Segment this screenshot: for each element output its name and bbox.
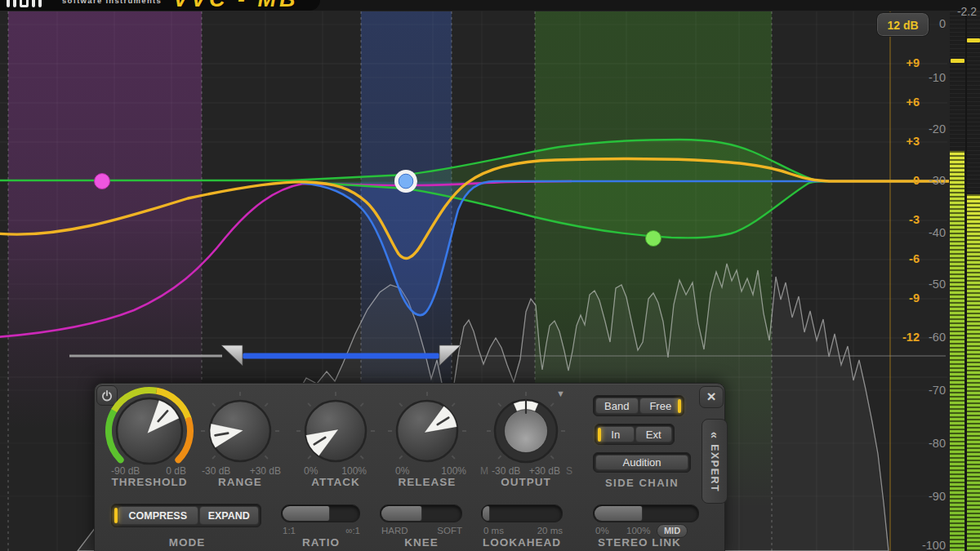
gain-scale-tick: -3 (892, 213, 920, 226)
output-knob[interactable] (483, 389, 568, 473)
release-knob-label: RELEASE (378, 476, 476, 488)
attack-min-label: 0% (304, 465, 318, 477)
db-scale-tick: -80 (910, 437, 946, 450)
threshold-knob[interactable] (102, 385, 197, 477)
ratio-slider-fill (283, 506, 330, 521)
plugin-title: VVC - MB (173, 0, 299, 11)
output-knob-label: OUTPUT (477, 476, 575, 488)
range-min-label: -30 dB (202, 465, 230, 477)
audition-button[interactable]: Audition (595, 455, 688, 470)
db-scale-tick: -50 (910, 278, 946, 291)
release-knob[interactable] (385, 389, 470, 473)
release-min-label: 0% (395, 465, 409, 477)
range-max-label: +30 dB (240, 465, 281, 477)
gain-scale-tick: +9 (892, 56, 920, 69)
meter-peak-hold-left (951, 59, 964, 63)
db-scale-tick: -70 (910, 384, 946, 397)
knee-section-label: KNEE (368, 536, 474, 549)
stereo-link-slider-fill (595, 506, 643, 521)
lookahead-slider-fill (483, 506, 490, 521)
plugin-window: -2.2 software instruments VVC - MB 12 dB… (0, 0, 980, 551)
ratio-section-label: RATIO (268, 536, 374, 549)
threshold-left-handle[interactable] (221, 345, 243, 366)
display-range-button[interactable]: 12 dB (877, 13, 929, 36)
db-scale-tick: -60 (910, 331, 946, 344)
db-scale-tick: -100 (910, 539, 946, 551)
sidechain-source-switch: In Ext (595, 424, 675, 445)
db-scale-tick: -40 (910, 226, 946, 239)
output-max-label: +30 dB (519, 465, 560, 477)
ratio-min-label: 1:1 (283, 526, 296, 535)
ratio-slider[interactable] (281, 504, 360, 522)
sidechain-free-button[interactable]: Free (639, 398, 683, 414)
free-active-indicator (678, 399, 681, 413)
in-active-indicator (598, 428, 601, 442)
meter-bar-right (967, 194, 980, 551)
ratio-max-label: ∞:1 (336, 526, 360, 535)
gain-scale-tick: +3 (892, 135, 920, 148)
db-scale-tick: -30 (910, 174, 946, 187)
db-scale-tick: -20 (910, 122, 946, 136)
collapse-chevron-icon: « (708, 432, 722, 438)
output-side-letter: S (566, 465, 572, 477)
stereo-link-min-label: 0% (595, 526, 609, 535)
lookahead-section-label: LOOKAHEAD (469, 536, 575, 549)
sidechain-section-label: SIDE CHAIN (585, 477, 699, 489)
knee-max-label: SOFT (434, 526, 462, 535)
mid-band-node-selected[interactable] (394, 170, 417, 193)
brand-plate: software instruments VVC - MB (0, 0, 320, 11)
range-knob-label: RANGE (191, 476, 289, 488)
lookahead-max-label: 20 ms (530, 526, 563, 535)
meter-bar-left (950, 151, 964, 551)
compress-active-indicator (114, 508, 118, 523)
high-band-node[interactable] (646, 231, 662, 247)
gain-scale-tick: -9 (892, 291, 920, 304)
gain-scale-tick: -6 (892, 252, 920, 265)
mode-expand-button[interactable]: EXPAND (199, 506, 259, 525)
peak-level-readout: -2.2 (931, 5, 977, 18)
lookahead-slider[interactable] (481, 504, 563, 522)
threshold-min-label: -90 dB (111, 465, 140, 477)
threshold-range-fill[interactable] (243, 353, 439, 359)
sidechain-filter-switch: Band Free (593, 395, 684, 416)
threshold-knob-label: THRESHOLD (100, 476, 198, 488)
mode-section-label: MODE (134, 536, 240, 549)
stereo-link-max-label: 100% (626, 526, 650, 535)
expert-panel-tab[interactable]: « EXPERT (702, 419, 728, 504)
mode-switch: COMPRESS EXPAND (111, 504, 261, 527)
knee-min-label: HARD (381, 526, 408, 535)
gain-scale-tick: +6 (892, 96, 920, 109)
expert-tab-label: EXPERT (710, 444, 721, 492)
meter-divider (965, 11, 967, 551)
output-level-meter (950, 11, 980, 551)
close-button[interactable]: × (699, 386, 724, 408)
brand-logo (7, 0, 42, 7)
attack-knob[interactable] (293, 389, 378, 473)
db-scale-tick: -10 (910, 71, 946, 84)
sidechain-in-button[interactable]: In (597, 426, 635, 442)
audition-button-wrap: Audition (593, 452, 691, 473)
control-panel: ▼ × -90 dB 0 dB THRESHOLD (94, 383, 725, 551)
low-band-node[interactable] (95, 174, 110, 189)
attack-knob-label: ATTACK (287, 476, 385, 488)
lookahead-min-label: 0 ms (483, 526, 504, 535)
sidechain-ext-button[interactable]: Ext (635, 426, 673, 442)
threshold-max-label: 0 dB (154, 465, 186, 477)
brand-tagline: software instruments (62, 0, 162, 5)
range-knob[interactable] (198, 389, 283, 473)
release-max-label: 100% (425, 465, 466, 477)
knee-slider[interactable] (380, 504, 462, 522)
attack-max-label: 100% (334, 465, 367, 477)
output-mid-letter: M (480, 465, 488, 477)
mode-compress-button[interactable]: COMPRESS (118, 506, 198, 525)
stereo-link-section-label: STEREO LINK (586, 536, 693, 549)
output-min-label: -30 dB (492, 465, 520, 477)
meter-peak-hold-right (967, 38, 980, 42)
stereo-link-slider[interactable] (593, 504, 699, 522)
db-scale-tick: -90 (910, 490, 946, 503)
knee-slider-fill (381, 506, 422, 521)
sidechain-band-button[interactable]: Band (595, 398, 639, 414)
